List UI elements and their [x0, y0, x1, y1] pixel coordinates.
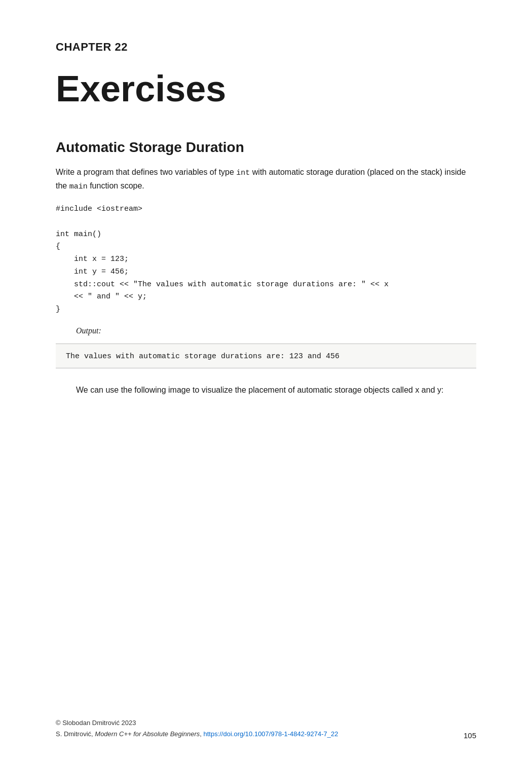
body-paragraph-2: We can use the following image to visual…: [56, 384, 476, 397]
intro-code-main: main: [69, 182, 88, 191]
citation-author: S. Dmitrović,: [56, 730, 95, 738]
footer-copyright: © Slobodan Dmitrović 2023: [56, 717, 476, 729]
code-block: #include <iostream> int main() { int x =…: [56, 203, 476, 316]
book-title: Modern C++ for Absolute Beginners: [95, 730, 200, 738]
intro-text-end: function scope.: [88, 181, 144, 190]
chapter-title: Exercises: [56, 69, 476, 109]
doi-link[interactable]: https://doi.org/10.1007/978-1-4842-9274-…: [203, 730, 338, 738]
intro-paragraph: Write a program that defines two variabl…: [56, 166, 476, 193]
footer: © Slobodan Dmitrović 2023 S. Dmitrović, …: [0, 717, 532, 740]
footer-citation: S. Dmitrović, Modern C++ for Absolute Be…: [56, 729, 476, 740]
intro-text-before: Write a program that defines two variabl…: [56, 168, 236, 176]
intro-code-int: int: [236, 169, 250, 177]
page: CHAPTER 22 Exercises Automatic Storage D…: [0, 0, 532, 760]
section-title: Automatic Storage Duration: [56, 139, 476, 156]
output-label: Output:: [76, 326, 476, 335]
copyright-text: © Slobodan Dmitrović 2023: [56, 719, 136, 727]
page-number: 105: [464, 731, 476, 740]
chapter-label: CHAPTER 22: [56, 41, 476, 54]
output-text: The values with automatic storage durati…: [66, 352, 339, 361]
output-box: The values with automatic storage durati…: [56, 344, 476, 368]
